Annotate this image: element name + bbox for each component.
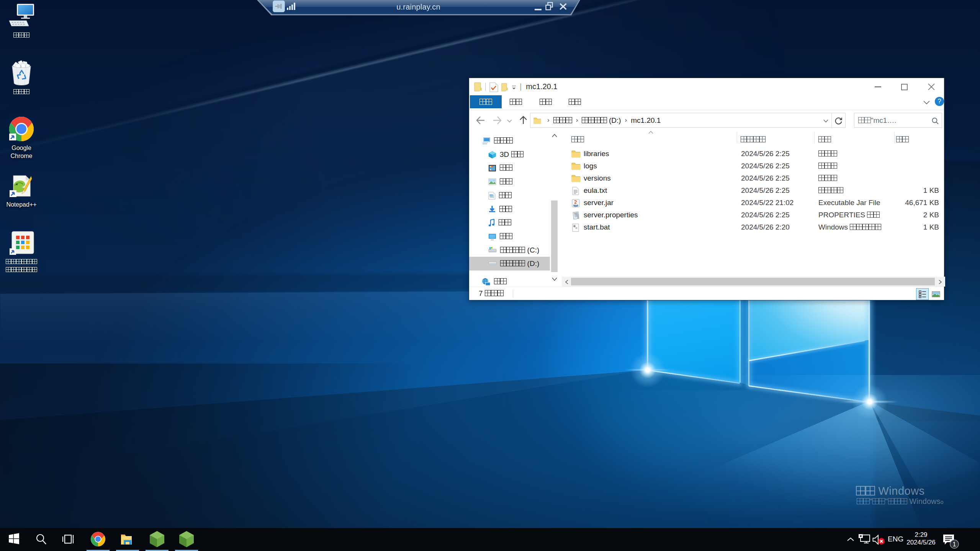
svg-text:1: 1 [953,541,956,548]
